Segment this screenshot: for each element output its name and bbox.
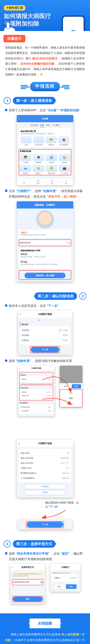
next-button[interactable]: 下一步: [27, 522, 63, 528]
next-button[interactable]: 下一步: [31, 347, 59, 352]
hero-phone-illustration: 税: [62, 16, 85, 31]
nav-home[interactable]: ⌂首页: [17, 179, 31, 185]
refund-icon[interactable]: 💳: [46, 136, 57, 143]
medical-icon[interactable]: 🏥: [46, 154, 57, 161]
manual-edit-button[interactable]: 手动修改: [24, 484, 66, 489]
r1v: 未填写: [63, 334, 68, 336]
m6radio[interactable]: 综合所得年度自行申报: [13, 581, 29, 583]
step2-label: 第二步：确认扣除信息: [34, 292, 77, 300]
mock1-card1-hd: 综合所得年度汇算: [21, 130, 69, 132]
mock1-tabs[interactable]: 常用功能 办税 查询 公众服务: [19, 124, 71, 127]
mock3-topbar: ‹ 大病医疗填报: [18, 311, 72, 318]
s2b2a: 选择: [9, 359, 15, 362]
nav-msg[interactable]: ✉消息: [45, 179, 59, 185]
m4yv: 2023年: [47, 378, 51, 380]
m7sec: 专项附加扣除年度自行申报: [52, 572, 78, 574]
m4r0v[interactable]: 请选择 ›: [46, 391, 51, 393]
back-icon[interactable]: ‹: [19, 367, 20, 370]
need2d: 含医药费用总金额、医保目录范围内个人自付金额: [21, 263, 57, 266]
bullet-icon: [5, 304, 7, 307]
back-icon[interactable]: ‹: [18, 442, 19, 445]
mock-next-confirm: 下一步: [18, 520, 72, 529]
nav-service[interactable]: ☰办&查: [31, 179, 45, 185]
m4m1v[interactable]: 请输入: [48, 410, 52, 412]
loan-icon[interactable]: 🏠: [59, 154, 70, 161]
tab-ban[interactable]: 办税: [40, 124, 44, 127]
submit-button[interactable]: 提交: [13, 596, 43, 602]
elder-icon[interactable]: 👴: [33, 165, 44, 172]
nav-mine[interactable]: ☺我的: [59, 179, 73, 185]
back-icon[interactable]: ‹: [20, 312, 21, 316]
rent-icon[interactable]: 🏘: [20, 165, 31, 172]
footer-reminder: 友情提醒 纳税人发生的医药费用支出可以选择由 本人或其配偶一方扣除 ；未成年子女…: [0, 613, 90, 644]
sheet-opt-child[interactable]: 子女: [60, 401, 82, 406]
dual-mocks: ‹大病医疗填报 扣除年度 选择年度2023年 扣除关系信息 选择关系请选择 › …: [3, 366, 87, 436]
mock1-highlight-box: 专项附加扣除 🧒子女教育 🎓继续教育 🏥大病医疗 🏠住房贷款 🏘住房租金 👴赡养…: [19, 149, 71, 175]
m5r3k: 与纳税人关系: [21, 467, 31, 469]
mock-medical-info: ‹大病医疗信息 就诊人姓名张* 就诊人证件类型居民身份证 就诊人证件号码110*…: [17, 440, 73, 498]
r2v: 未填写: [63, 339, 68, 342]
l3: 收入纳税明细: [58, 144, 70, 146]
step2-number: 2: [79, 292, 87, 300]
radio-checked-icon[interactable]: [40, 581, 42, 583]
m5r2k: 就诊人证件号码: [21, 462, 33, 464]
m5r4k: 医药费用总金额(元): [21, 472, 36, 474]
footer-p1: 纳税人发生的医药费用支出可以选择由 本人或其配偶一方扣除 ；未成年子女发生的医药…: [5, 632, 85, 644]
cont-edu-icon[interactable]: 🎓: [33, 154, 44, 161]
s3a: 选择: [9, 552, 15, 555]
tab-common[interactable]: 常用功能: [30, 124, 38, 127]
m4t: 大病医疗填报: [31, 367, 41, 369]
s1b2b: "大病医疗": [16, 189, 31, 193]
edu-icon[interactable]: 🧒: [20, 154, 31, 161]
bullet-icon: [5, 552, 7, 554]
c4: 住房租金: [20, 172, 31, 174]
m4m0k: 医疗费用总金额: [21, 406, 30, 408]
sheet-cancel-button[interactable]: 取消: [61, 384, 71, 388]
warm-tip-ribbon: 温馨提示: [3, 35, 25, 42]
r0v: 189****6666: [58, 329, 68, 332]
sheet-opt-spouse[interactable]: 配偶: [60, 396, 82, 401]
m6tip: 您本次선填报的专项附加扣除需要在综合所得年度汇算申报中扣除。: [12, 572, 43, 578]
progress-dot-2: [44, 320, 46, 321]
m4rs: 扣除关系信息: [20, 386, 52, 389]
income-icon[interactable]: 📥: [58, 136, 70, 143]
mock1-grid2: 🧒子女教育 🎓继续教育 🏥大病医疗 🏠住房贷款 🏘住房租金 👴赡养老人 👶婴幼儿…: [20, 154, 70, 174]
confirm-button[interactable]: 确认: [66, 584, 77, 589]
mock3-title: 大病医疗填报: [38, 312, 52, 316]
m4r1v[interactable]: 请选择: [47, 395, 51, 396]
back-icon[interactable]: ‹: [18, 203, 19, 206]
mock1-topbar: ‹ 办&查: [17, 115, 73, 122]
back-icon[interactable]: ‹: [18, 117, 19, 120]
tab-public[interactable]: 公众服务: [52, 124, 60, 127]
pension-icon[interactable]: 💼: [59, 165, 70, 172]
declare-icon[interactable]: 📄: [21, 136, 32, 143]
tab-query[interactable]: 查询: [46, 124, 50, 127]
m4m0v[interactable]: 请输入: [48, 406, 52, 408]
prepare-done-button[interactable]: 准备完毕，进入填报: [25, 273, 65, 278]
step3-number: 3: [3, 540, 11, 548]
step2-note: 确认预填的大病医疗数据，点击 "下一步": [45, 500, 79, 509]
m5r4v: 58621.00: [62, 472, 69, 474]
m4ms: 医疗费用信息: [19, 401, 53, 404]
cancel-button[interactable]: 取消: [54, 584, 65, 589]
mock1-title: 办&查: [42, 117, 48, 120]
sheet-opt-self[interactable]: 本人: [60, 390, 82, 396]
sheet-ok-button[interactable]: 确定: [72, 384, 81, 388]
mock2-need-hd: 填报该项需准备如下材料: [21, 250, 69, 252]
intro-hl1: 超过15000元的部分: [32, 57, 58, 60]
amend-icon[interactable]: 🧾: [33, 136, 44, 143]
pointing-hand-icon: [4, 22, 19, 31]
auto-fill-button[interactable]: 一键填入: [24, 490, 66, 495]
mock2-year-box[interactable]: 选择扣除年度2023: [19, 240, 71, 246]
s1b1b: "办&查"-"专项附加扣除": [47, 108, 81, 112]
mock-confirm-sheet: 大病医疗 专项附加扣除年度自行申报 大病医疗26000.00 取消确认: [50, 564, 80, 592]
back-icon[interactable]: ‹: [12, 566, 13, 568]
mock1-bottom-nav[interactable]: ⌂首页 ☰办&查 ✉消息 ☺我的: [17, 179, 73, 185]
baby-icon[interactable]: 👶: [46, 165, 57, 172]
step1-label: 第一步：进入填报准备: [13, 97, 56, 104]
m7val: 26000.00: [70, 577, 77, 579]
m5r1k: 就诊人证件类型: [21, 457, 33, 459]
m4r0k: 选择关系: [21, 391, 26, 393]
mock2-title: 填报准备 - 大病医疗: [35, 204, 55, 206]
s3c: ，点击: [50, 552, 60, 555]
